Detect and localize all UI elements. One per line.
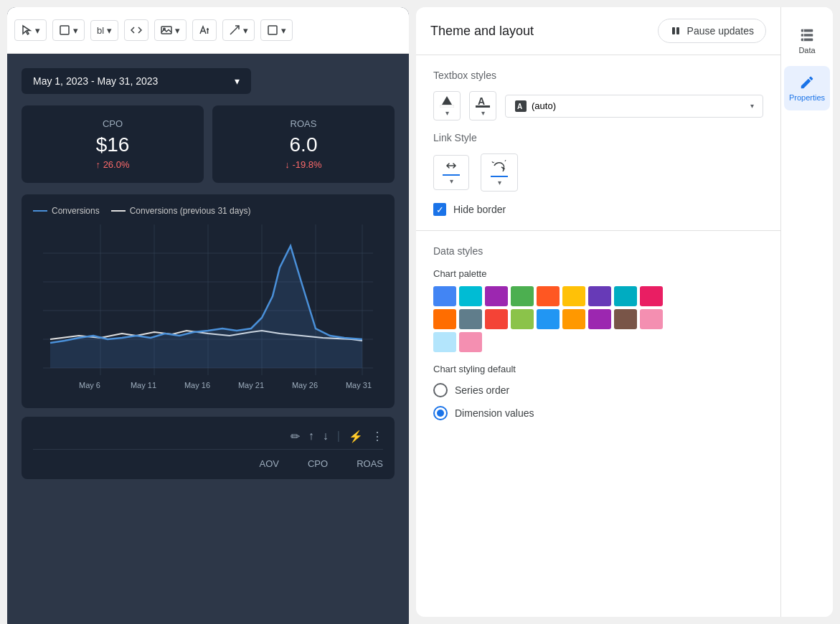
dimension-values-row: Dimension values bbox=[433, 406, 763, 420]
chart-card: Conversions Conversions (previous 31 day… bbox=[22, 194, 395, 408]
swatch-pink[interactable] bbox=[640, 286, 663, 306]
swatch-brown[interactable] bbox=[614, 309, 637, 329]
swatch-teal[interactable] bbox=[614, 286, 637, 306]
swatch-deep-purple[interactable] bbox=[588, 286, 611, 306]
swatch-deep-orange[interactable] bbox=[433, 309, 456, 329]
select-caret: ▾ bbox=[35, 25, 40, 36]
chart-legend: Conversions Conversions (previous 31 day… bbox=[33, 206, 383, 216]
swatch-green[interactable] bbox=[511, 286, 534, 306]
line-tool-button[interactable]: ▾ bbox=[222, 19, 255, 41]
move-down-icon[interactable]: ↓ bbox=[323, 430, 329, 443]
series-order-radio[interactable] bbox=[433, 383, 448, 397]
legend-prev-line bbox=[111, 210, 126, 212]
svg-text:May 11: May 11 bbox=[131, 381, 156, 389]
cpo-card: CPO $16 26.0% bbox=[22, 105, 204, 183]
chart-area: May 6 May 11 May 16 May 21 May 26 May 31 bbox=[33, 224, 383, 397]
auto-caret: ▾ bbox=[750, 102, 754, 110]
swatch-cyan[interactable] bbox=[459, 286, 482, 306]
swatch-purple-2[interactable] bbox=[588, 309, 611, 329]
cpo-change: 26.0% bbox=[36, 159, 189, 170]
font-color-button[interactable]: A ▾ bbox=[469, 91, 496, 120]
svg-text:May 16: May 16 bbox=[184, 381, 210, 389]
shapes-tool-button[interactable]: ▾ bbox=[52, 19, 85, 41]
dimension-values-label: Dimension values bbox=[455, 407, 534, 419]
swatch-orange-red[interactable] bbox=[537, 286, 560, 306]
fill-color-button[interactable]: ▾ bbox=[433, 91, 461, 120]
svg-text:A: A bbox=[478, 95, 485, 107]
swatch-purple[interactable] bbox=[485, 286, 508, 306]
swatch-blue[interactable] bbox=[433, 286, 456, 306]
link-icon bbox=[443, 160, 459, 171]
line-caret: ▾ bbox=[243, 25, 248, 36]
roas-arrow-down-icon bbox=[285, 159, 292, 170]
sidebar-item-properties[interactable]: Properties bbox=[784, 66, 830, 110]
svg-text:May 21: May 21 bbox=[238, 381, 264, 389]
text-caret: ▾ bbox=[107, 25, 112, 36]
swatch-red[interactable] bbox=[485, 309, 508, 329]
auto-color-dropdown[interactable]: A (auto) ▾ bbox=[505, 95, 763, 118]
col-aov: AOV bbox=[260, 458, 279, 469]
shapes-caret: ▾ bbox=[73, 25, 78, 36]
svg-rect-32 bbox=[801, 39, 813, 42]
checkmark-icon: ✓ bbox=[436, 204, 444, 215]
roas-change: -19.8% bbox=[227, 159, 380, 170]
sidebar-icons: Data Properties bbox=[781, 7, 833, 617]
swatch-pink-light[interactable] bbox=[640, 309, 663, 329]
dashboard-content: May 1, 2023 - May 31, 2023 ▾ CPO $16 26.… bbox=[7, 54, 409, 624]
svg-rect-4 bbox=[268, 26, 277, 34]
code-tool-button[interactable] bbox=[124, 19, 148, 41]
right-panel: Theme and layout Pause updates Textbox s… bbox=[416, 7, 833, 617]
link-hover-button[interactable]: ▾ bbox=[481, 153, 518, 192]
link-style-row: ▾ bbox=[433, 153, 763, 192]
hide-border-label: Hide border bbox=[453, 204, 506, 215]
font-tool-button[interactable] bbox=[192, 19, 217, 41]
swatch-pink-pale[interactable] bbox=[459, 332, 482, 352]
dimension-values-radio[interactable] bbox=[433, 406, 448, 420]
data-tab-label: Data bbox=[798, 46, 815, 55]
col-cpo: CPO bbox=[308, 458, 328, 469]
swatch-amber[interactable] bbox=[562, 309, 585, 329]
move-up-icon[interactable]: ↑ bbox=[308, 430, 314, 443]
edit-icon[interactable]: ✏ bbox=[291, 430, 300, 443]
select-tool-button[interactable]: ▾ bbox=[14, 19, 47, 41]
swatch-light-blue[interactable] bbox=[537, 309, 560, 329]
textbox-styles-section: Textbox styles ▾ A bbox=[416, 55, 780, 231]
palette-grid bbox=[433, 286, 763, 352]
swatch-light-green[interactable] bbox=[511, 309, 534, 329]
svg-rect-25 bbox=[440, 105, 454, 108]
image-tool-button[interactable]: ▾ bbox=[154, 19, 187, 41]
roas-label: ROAS bbox=[227, 118, 380, 129]
sidebar-item-data[interactable]: Data bbox=[784, 19, 830, 63]
toolbar: ▾ ▾ bl ▾ bbox=[7, 7, 409, 54]
pause-updates-button[interactable]: Pause updates bbox=[658, 19, 766, 43]
swatch-yellow[interactable] bbox=[562, 286, 585, 306]
date-caret-icon: ▾ bbox=[235, 75, 240, 87]
legend-conversions-line bbox=[33, 210, 47, 212]
text-tool-button[interactable]: bl ▾ bbox=[90, 20, 118, 41]
link-style-label: Link Style bbox=[433, 132, 763, 143]
textbox-styles-label: Textbox styles bbox=[433, 70, 763, 81]
swatch-light-blue-pale[interactable] bbox=[433, 332, 456, 352]
panel-title: Theme and layout bbox=[430, 24, 534, 39]
svg-text:May 26: May 26 bbox=[292, 381, 318, 389]
link-caret: ▾ bbox=[450, 177, 453, 185]
date-selector[interactable]: May 1, 2023 - May 31, 2023 ▾ bbox=[22, 68, 251, 94]
container-tool-button[interactable]: ▾ bbox=[260, 19, 293, 41]
link-color-button[interactable]: ▾ bbox=[433, 155, 469, 190]
data-styles-section: Data styles Chart palette bbox=[416, 231, 780, 443]
more-icon[interactable]: ⋮ bbox=[372, 430, 383, 443]
text-tool-label: bl bbox=[97, 25, 104, 36]
chart-styling-label: Chart styling default bbox=[433, 364, 763, 374]
swatch-blue-grey[interactable] bbox=[459, 309, 482, 329]
bottom-table: ✏ ↑ ↓ | ⚡ ⋮ AOV CPO ROAS bbox=[22, 417, 395, 479]
metrics-row: CPO $16 26.0% ROAS 6.0 -19.8% bbox=[22, 105, 395, 183]
cpo-arrow-up-icon bbox=[96, 159, 103, 170]
date-range-label: May 1, 2023 - May 31, 2023 bbox=[33, 75, 158, 87]
series-order-label: Series order bbox=[455, 384, 509, 396]
palette-row-1 bbox=[433, 286, 763, 306]
cpo-value: $16 bbox=[36, 133, 189, 156]
lightning-icon[interactable]: ⚡ bbox=[349, 430, 363, 443]
table-headers: AOV CPO ROAS bbox=[33, 455, 383, 472]
hide-border-checkbox[interactable]: ✓ bbox=[433, 203, 446, 216]
dashboard-panel: ▾ ▾ bl ▾ bbox=[7, 7, 409, 624]
